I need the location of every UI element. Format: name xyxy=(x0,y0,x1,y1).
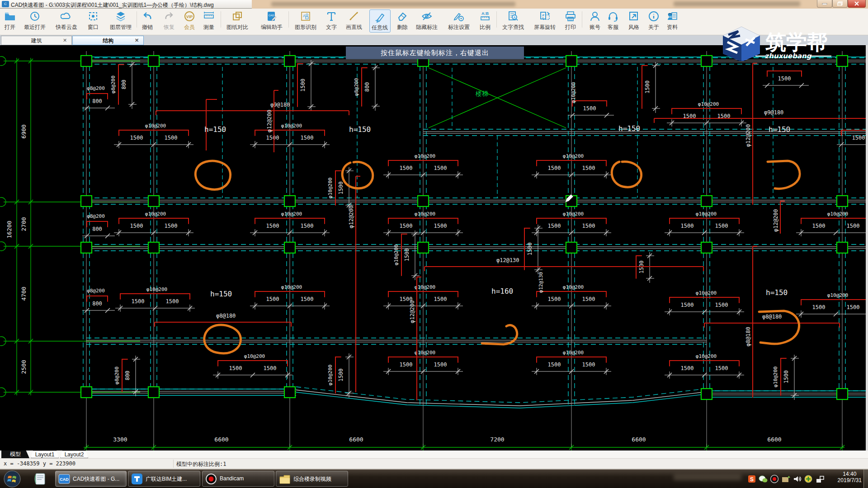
tray-icon-green[interactable] xyxy=(804,474,813,483)
svg-text:φ12@200: φ12@200 xyxy=(745,124,751,147)
tab-close-icon[interactable]: ✕ xyxy=(62,38,68,43)
toolbar-item-layers[interactable]: 图层管理 xyxy=(107,10,134,31)
svg-text:1500: 1500 xyxy=(165,135,178,141)
svg-text:1500: 1500 xyxy=(300,79,306,92)
toolbar-label: 资料 xyxy=(665,23,680,31)
svg-text:1500: 1500 xyxy=(812,223,826,229)
svg-text:h=150: h=150 xyxy=(769,125,790,134)
taskbar-button-label: CAD快速看图 - G... xyxy=(73,475,119,483)
svg-text:800: 800 xyxy=(364,82,370,92)
tray-icon-bandicam[interactable] xyxy=(770,474,779,483)
toolbar-item-edithelper[interactable]: CAD编辑助手 xyxy=(258,10,285,31)
svg-text:φ8@180: φ8@180 xyxy=(216,313,236,319)
toolbar-item-style[interactable]: 风格 xyxy=(626,10,642,31)
svg-text:φ10@200: φ10@200 xyxy=(571,82,576,103)
svg-text:1500: 1500 xyxy=(852,135,865,141)
tab-label: 建筑 xyxy=(31,38,42,44)
svg-text:φ8@180: φ8@180 xyxy=(745,327,751,346)
svg-text:1500: 1500 xyxy=(548,361,561,368)
tab-close-icon[interactable]: ✕ xyxy=(134,38,140,43)
toolbar-item-erase[interactable]: 删除 xyxy=(395,10,410,31)
svg-text:1500: 1500 xyxy=(715,365,728,371)
svg-text:h=150: h=150 xyxy=(210,290,232,298)
svg-text:A:B: A:B xyxy=(481,11,489,16)
toolbar-item-text[interactable]: 文字 xyxy=(324,10,339,31)
svg-text:800: 800 xyxy=(92,98,102,104)
show-desktop-button[interactable] xyxy=(863,469,868,488)
toolbar-item-rotate[interactable]: 屏幕旋转 xyxy=(531,10,558,31)
minimize-button[interactable] xyxy=(817,0,832,8)
toolbar-item-window[interactable]: 窗口 xyxy=(85,10,101,31)
toolbar-item-account[interactable]: 账号 xyxy=(587,10,603,31)
toolbar-item-scale[interactable]: A:B比例 xyxy=(477,10,493,31)
toolbar-label: 隐藏标注 xyxy=(413,23,440,31)
svg-text:1500: 1500 xyxy=(548,223,561,229)
svg-text:φ10@200: φ10@200 xyxy=(145,211,166,217)
tray-icon-sogou[interactable]: S xyxy=(747,474,756,483)
toolbar-item-annset[interactable]: 标注设置 xyxy=(445,10,472,31)
toolbar-label: 任意线 xyxy=(371,24,389,32)
svg-text:1500: 1500 xyxy=(264,365,277,371)
tray-icon-network[interactable] xyxy=(815,474,824,483)
svg-text:φ8@200: φ8@200 xyxy=(87,288,105,294)
cad-drawing[interactable]: 3300660066007200660066006900270047002500… xyxy=(0,45,868,450)
close-button[interactable] xyxy=(848,0,866,8)
taskbar-button-glodon[interactable]: 广联达BIM土建... xyxy=(128,471,200,487)
toolbar-item-drawline[interactable]: 画直线 xyxy=(344,10,365,31)
svg-text:6600: 6600 xyxy=(214,436,228,443)
toolbar-item-hideann[interactable]: 隐藏标注 xyxy=(413,10,440,31)
toolbar-item-shaperecog[interactable]: A图形识别 xyxy=(292,10,319,31)
sheet-tab-模型[interactable]: 模型 xyxy=(1,450,29,458)
sheet-tab-Layout2[interactable]: Layout2 xyxy=(60,450,88,458)
svg-text:1500: 1500 xyxy=(548,296,561,302)
svg-text:800: 800 xyxy=(124,371,131,380)
toolbar-label: 关于 xyxy=(646,23,661,31)
toolbar-item-measure[interactable]: 测量 xyxy=(201,10,217,31)
maximize-button[interactable] xyxy=(832,0,848,8)
sheet-tab-Layout1[interactable]: Layout1 xyxy=(31,450,59,458)
toolbar-item-docs[interactable]: 资料 xyxy=(665,10,680,31)
svg-text:φ10@200: φ10@200 xyxy=(696,211,717,217)
taskbar-button-bandicam[interactable]: Bandicam xyxy=(202,471,274,487)
toolbar-item-findtext[interactable]: A文字查找 xyxy=(500,10,527,31)
tray-icon-folderup[interactable] xyxy=(781,474,790,483)
svg-text:φ10@200: φ10@200 xyxy=(327,178,333,198)
toolbar-label: 文字查找 xyxy=(500,23,527,31)
drawing-tab-2[interactable]: 结构✕ xyxy=(72,36,144,45)
svg-text:φ8@200: φ8@200 xyxy=(110,75,116,94)
drawing-tab-1[interactable]: 建筑✕ xyxy=(1,36,72,45)
svg-text:φ10@200: φ10@200 xyxy=(281,211,302,217)
toolbar-item-open[interactable]: 打开 xyxy=(2,10,18,31)
svg-text:A: A xyxy=(303,14,306,18)
svg-text:φ12@130: φ12@130 xyxy=(538,272,544,293)
svg-text:φ10@200: φ10@200 xyxy=(827,211,848,217)
svg-text:φ10@200: φ10@200 xyxy=(415,153,435,159)
svg-text:800: 800 xyxy=(92,226,102,232)
toolbar-item-redo[interactable]: 恢复 xyxy=(161,10,177,31)
toolbar-label: 撤销 xyxy=(140,23,155,31)
svg-text:1500: 1500 xyxy=(400,165,413,171)
toolbar-item-service[interactable]: 客服 xyxy=(605,10,621,31)
toolbar-item-vip[interactable]: VIP会员 xyxy=(182,10,197,31)
start-button[interactable] xyxy=(3,470,21,488)
toolbar-item-about[interactable]: 关于 xyxy=(646,10,661,31)
toolbar-label: 比例 xyxy=(477,23,493,31)
tray-icon-wechat[interactable] xyxy=(759,474,768,483)
toolbar-item-print[interactable]: 打印 xyxy=(563,10,578,31)
taskbar-clock[interactable]: 14:40 2019/7/31 xyxy=(838,471,862,483)
svg-text:2500: 2500 xyxy=(20,360,27,374)
svg-text:φ8@200: φ8@200 xyxy=(354,78,359,96)
tray-icon-volume[interactable] xyxy=(793,474,802,483)
notepad-icon[interactable] xyxy=(33,472,47,486)
toolbar-item-freeline[interactable]: 任意线 xyxy=(369,9,391,33)
clock-date: 2019/7/31 xyxy=(838,477,862,483)
taskbar-button-folder[interactable]: 综合楼录制视频 xyxy=(276,471,348,487)
toolbar-label: 删除 xyxy=(395,23,410,31)
taskbar-button-cad[interactable]: CADCAD快速看图 - G... xyxy=(55,471,127,487)
svg-text:φ10@200: φ10@200 xyxy=(563,284,584,290)
toolbar-item-compare[interactable]: 图纸对比 xyxy=(224,10,251,31)
toolbar-item-recent[interactable]: 最近打开 xyxy=(21,10,48,31)
application-window: C CAD快速看图 - G:\003实训课程\001土建\001_实训图纸1—办… xyxy=(0,0,868,488)
toolbar-item-undo[interactable]: 撤销 xyxy=(140,10,155,31)
toolbar-item-cloud[interactable]: 快看云盘 xyxy=(53,10,80,31)
